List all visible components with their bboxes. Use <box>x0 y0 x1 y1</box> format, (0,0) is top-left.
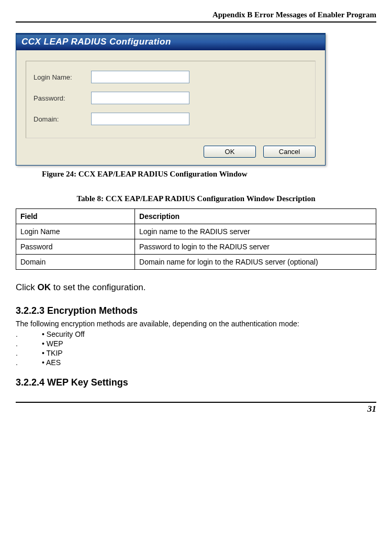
table-row: Password Password to login to the RADIUS… <box>16 239 376 255</box>
password-input[interactable] <box>91 92 189 104</box>
table-caption: Table 8: CCX EAP/LEAP RADIUS Configurati… <box>16 194 376 203</box>
instruction-post: to set the configuration. <box>51 282 145 292</box>
login-label: Login Name: <box>33 73 91 81</box>
list-item: .• Security Off <box>16 330 376 338</box>
login-input[interactable] <box>91 71 189 83</box>
figure-prefix: Figure 24: <box>42 170 79 178</box>
bullet-text: • Security Off <box>42 330 85 338</box>
list-item: .• AES <box>16 358 376 367</box>
page-footer: 31 <box>16 402 376 414</box>
figure-title: CCX EAP/LEAP RADIUS Configuration Window <box>79 170 248 178</box>
dialog-titlebar: CCX LEAP RADIUS Configuration <box>16 34 325 50</box>
dialog-window: CCX LEAP RADIUS Configuration Login Name… <box>16 33 326 166</box>
password-label: Password: <box>33 94 91 102</box>
table-head-desc: Description <box>135 209 376 224</box>
list-item: .• TKIP <box>16 349 376 357</box>
form-row-domain: Domain: <box>33 113 308 125</box>
bullet-text: • WEP <box>42 339 63 348</box>
page-header: Appendix B Error Messages of Enabler Pro… <box>16 10 376 23</box>
instruction-bold: OK <box>38 282 51 292</box>
ok-button[interactable]: OK <box>204 146 256 158</box>
table-row: Domain Domain name for login to the RADI… <box>16 255 376 270</box>
form-row-login: Login Name: <box>33 71 308 83</box>
table-cell-desc: Login name to the RADIUS server <box>135 224 376 239</box>
dialog-body: Login Name: Password: Domain: OK Cancel <box>16 50 325 165</box>
bullet-marker: . <box>16 349 42 357</box>
table-cell-field: Domain <box>16 255 135 270</box>
form-row-password: Password: <box>33 92 308 104</box>
dialog-button-row: OK Cancel <box>26 146 316 158</box>
domain-input[interactable] <box>91 113 189 125</box>
table-cell-field: Login Name <box>16 224 135 239</box>
table-cell-desc: Domain name for login to the RADIUS serv… <box>135 255 376 270</box>
domain-label: Domain: <box>33 115 91 123</box>
table-row: Login Name Login name to the RADIUS serv… <box>16 224 376 239</box>
bullet-marker: . <box>16 358 42 367</box>
section-intro-encryption: The following encryption methods are ava… <box>16 320 376 328</box>
table-cell-field: Password <box>16 239 135 255</box>
instruction-text: Click OK to set the configuration. <box>16 282 376 293</box>
cancel-button[interactable]: Cancel <box>263 146 316 158</box>
bullet-text: • TKIP <box>42 349 63 357</box>
table-cell-desc: Password to login to the RADIUS server <box>135 239 376 255</box>
table-header-row: Field Description <box>16 209 376 224</box>
table-head-field: Field <box>16 209 135 224</box>
section-heading-encryption: 3.2.2.3 Encryption Methods <box>16 305 376 316</box>
bullet-marker: . <box>16 330 42 338</box>
instruction-pre: Click <box>16 282 38 292</box>
bullet-marker: . <box>16 339 42 348</box>
figure-caption: Figure 24: CCX EAP/LEAP RADIUS Configura… <box>42 170 376 179</box>
bullet-text: • AES <box>42 358 61 367</box>
form-groupbox: Login Name: Password: Domain: <box>26 61 316 138</box>
description-table: Field Description Login Name Login name … <box>16 208 376 270</box>
section-heading-wep: 3.2.2.4 WEP Key Settings <box>16 377 376 388</box>
list-item: .• WEP <box>16 339 376 348</box>
